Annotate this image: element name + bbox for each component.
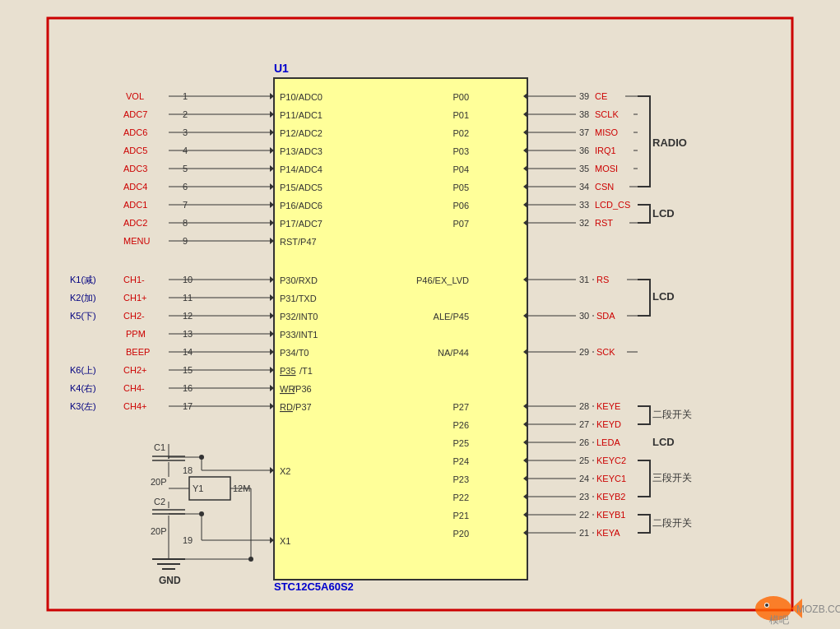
signal-keyc2: KEYC2 xyxy=(596,456,626,465)
pin-label-p12: P12/ADC2 xyxy=(280,128,323,138)
signal-adc5: ADC5 xyxy=(123,146,147,155)
pin-label-p10: P10/ADC0 xyxy=(280,92,323,102)
pin-num-34: 34 xyxy=(579,182,589,192)
pin-label-p07: P07 xyxy=(452,219,469,229)
pin-num-38: 38 xyxy=(579,109,589,119)
svg-point-158 xyxy=(199,455,204,460)
key-k4: K4(右) xyxy=(70,383,96,393)
svg-point-165 xyxy=(199,511,204,516)
pin-label-p27: P27 xyxy=(452,402,469,412)
signal-sda: SDA xyxy=(596,311,615,321)
group-lcd1: LCD xyxy=(652,207,675,220)
pin-label-p22: P22 xyxy=(452,493,469,502)
pin-num-28: 28 xyxy=(579,401,589,411)
pin-num-23: 23 xyxy=(579,492,589,502)
pin-label-p30: P30/RXD xyxy=(280,275,318,285)
svg-point-178 xyxy=(765,604,768,607)
pin-label-t1: /T1 xyxy=(299,366,313,376)
signal-keyb2: KEYB2 xyxy=(596,492,625,502)
pin-label-p13: P13/ADC3 xyxy=(280,146,323,156)
pin-label-p32: P32/INT0 xyxy=(280,312,318,321)
pin-label-p37: /P37 xyxy=(293,402,312,412)
c2-label: C2 xyxy=(154,497,165,506)
pin-label-p33: P33/INT1 xyxy=(280,330,318,340)
pin-num-39: 39 xyxy=(579,91,589,101)
signal-rst-right: RST xyxy=(595,218,613,228)
key-k2: K2(加) xyxy=(70,293,96,303)
signal-adc3: ADC3 xyxy=(123,164,147,173)
pin-num-36: 36 xyxy=(579,146,589,155)
cap1-value: 20P xyxy=(151,477,167,487)
pin-num-24: 24 xyxy=(579,474,589,483)
signal-adc1: ADC1 xyxy=(123,200,147,210)
pin-num-37: 37 xyxy=(579,127,589,137)
pin-num-26: 26 xyxy=(579,437,589,447)
signal-adc4: ADC4 xyxy=(123,182,147,192)
watermark-text: 模吧 xyxy=(769,614,789,626)
pin-label-x1: X1 xyxy=(280,536,290,546)
pin-label-p34: P34/T0 xyxy=(280,348,309,358)
pin-label-p44: NA/P44 xyxy=(438,348,469,358)
key-k5: K5(下) xyxy=(70,311,96,321)
pin-num-21: 21 xyxy=(579,528,589,538)
signal-sck: SCK xyxy=(596,347,615,357)
signal-keyb1: KEYB1 xyxy=(596,510,625,520)
signal-menu: MENU xyxy=(123,236,150,246)
pin-label-p23: P23 xyxy=(452,474,469,484)
ic-name-label: STC12C5A60S2 xyxy=(274,580,354,593)
pin-label-p15: P15/ADC5 xyxy=(280,183,323,192)
pin-num-35: 35 xyxy=(579,164,589,173)
group-2seg2: 二段开关 xyxy=(652,517,692,529)
pin-label-p01: P01 xyxy=(452,110,469,120)
signal-miso: MISO xyxy=(595,127,619,137)
signal-ch1p: CH1+ xyxy=(123,293,146,303)
pin-num-22: 22 xyxy=(579,510,589,520)
pin-label-p06: P06 xyxy=(452,201,469,210)
signal-vol: VOL xyxy=(126,91,144,101)
y1-label: Y1 xyxy=(193,483,203,493)
ic-ref-label: U1 xyxy=(274,62,289,75)
pin-label-p04: P04 xyxy=(452,164,469,174)
pin-num-31: 31 xyxy=(579,275,589,284)
signal-ch2p: CH2+ xyxy=(123,365,146,375)
pin-label-p24: P24 xyxy=(452,456,469,466)
gnd-label: GND xyxy=(159,575,181,586)
pin-label-rd: RD xyxy=(280,402,293,412)
pin-num-32: 32 xyxy=(579,218,589,228)
signal-keyd: KEYD xyxy=(596,419,621,429)
key-k1: K1(减) xyxy=(70,275,96,284)
pin-label-p36: /P36 xyxy=(293,384,312,394)
pin-label-p14: P14/ADC4 xyxy=(280,164,323,174)
signal-csn: CSN xyxy=(595,182,614,192)
pin-label-p20: P20 xyxy=(452,529,469,539)
signal-mosi: MOSI xyxy=(595,164,618,173)
pin-label-p16: P16/ADC6 xyxy=(280,201,323,210)
pin-label-p03: P03 xyxy=(452,146,469,156)
pin-label-p05: P05 xyxy=(452,183,469,192)
pin-label-p02: P02 xyxy=(452,128,469,138)
group-2seg1: 二段开关 xyxy=(652,409,692,420)
pin-num-33: 33 xyxy=(579,200,589,210)
signal-ppm: PPM xyxy=(126,329,146,339)
pin-num-25: 25 xyxy=(579,456,589,465)
pin-label-p00: P00 xyxy=(452,92,469,102)
pin-num-29: 29 xyxy=(579,347,589,357)
pin-label-p26: P26 xyxy=(452,420,469,430)
signal-keye: KEYE xyxy=(596,401,620,411)
signal-adc2: ADC2 xyxy=(123,218,147,228)
pin-num-19: 19 xyxy=(183,535,193,545)
signal-keya: KEYA xyxy=(596,528,620,538)
pin-label-p25: P25 xyxy=(452,438,469,448)
group-lcd2: LCD xyxy=(652,290,675,303)
signal-irq1: IRQ1 xyxy=(595,146,616,155)
signal-adc7: ADC7 xyxy=(123,109,147,119)
svg-point-174 xyxy=(248,557,253,562)
pin-num-27: 27 xyxy=(579,419,589,429)
pin-label-p35: P35 xyxy=(280,366,296,376)
key-k3: K3(左) xyxy=(70,401,96,411)
signal-lcdcs: LCD_CS xyxy=(595,200,630,210)
group-radio: RADIO xyxy=(652,136,687,149)
watermark-site: MOZB.COM xyxy=(796,604,840,615)
pin-label-p11: P11/ADC1 xyxy=(280,110,323,120)
pin-label-x2: X2 xyxy=(280,466,290,476)
